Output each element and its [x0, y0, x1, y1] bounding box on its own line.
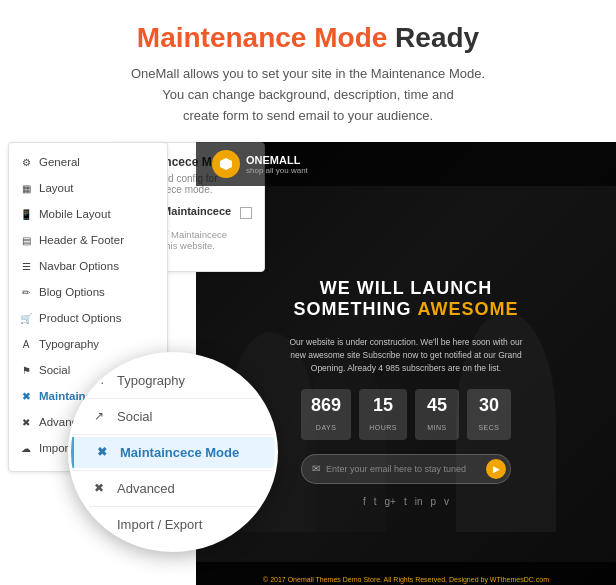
sidebar-item-header-footer[interactable]: ▤ Header & Footer	[9, 227, 167, 253]
launch-line1: WE WILL LAUNCH	[293, 278, 518, 299]
social-icon: ⚑	[19, 363, 33, 377]
logo-icon	[218, 156, 234, 172]
vimeo-icon[interactable]: v	[444, 496, 449, 507]
maintenance-checkbox[interactable]	[240, 207, 252, 219]
navbar-icon: ☰	[19, 259, 33, 273]
magnify-divider-3	[71, 470, 275, 471]
magnify-circle: A Typography ↗ Social ✖ Maintaincece Mod…	[68, 352, 278, 552]
email-area[interactable]: ✉ Enter your email here to stay tuned ▶	[301, 454, 511, 484]
facebook-icon[interactable]: f	[363, 496, 366, 507]
bg-footer: © 2017 Onemall Themes Demo Store. All Ri…	[196, 562, 616, 585]
logo-text: ONEMALL shop all you want	[246, 154, 308, 175]
sidebar-item-product[interactable]: 🛒 Product Options	[9, 305, 167, 331]
mobile-icon: 📱	[19, 207, 33, 221]
layout-icon: ▦	[19, 181, 33, 195]
launch-description: Our website is under construction. We'll…	[286, 336, 526, 374]
countdown: 869 DAYS 15 HOURS 45 MINS 30 SECS	[301, 389, 511, 440]
magnify-divider-2	[71, 434, 275, 435]
logo-bar: ONEMALL shop all you want	[196, 142, 616, 186]
typography-icon: A	[19, 337, 33, 351]
magnify-divider-1	[71, 398, 275, 399]
magnify-maintenance-icon: ✖	[94, 445, 110, 459]
sidebar-item-blog[interactable]: ✏ Blog Options	[9, 279, 167, 305]
launch-text: WE WILL LAUNCH SOMETHING AWESOME	[293, 278, 518, 320]
launch-line2: SOMETHING AWESOME	[293, 299, 518, 320]
sidebar-item-navbar[interactable]: ☰ Navbar Options	[9, 253, 167, 279]
logo-name: ONEMALL	[246, 154, 308, 166]
countdown-mins-label: MINS	[427, 424, 447, 431]
page-title: Maintenance Mode Ready	[60, 22, 556, 54]
countdown-mins: 45 MINS	[415, 389, 459, 440]
email-send-button[interactable]: ▶	[486, 459, 506, 479]
magnify-import-icon: ↑	[91, 517, 107, 531]
countdown-secs: 30 SECS	[467, 389, 511, 440]
header-section: Maintenance Mode Ready OneMall allows yo…	[0, 0, 616, 142]
main-content: ⚙ General ▦ Layout 📱 Mobile Layout ▤ Hea…	[0, 142, 616, 585]
header-description: OneMall allows you to set your site in t…	[60, 64, 556, 126]
product-icon: 🛒	[19, 311, 33, 325]
email-placeholder: Enter your email here to stay tuned	[326, 464, 486, 474]
countdown-secs-number: 30	[477, 395, 501, 416]
logo-tagline: shop all you want	[246, 166, 308, 175]
countdown-mins-number: 45	[425, 395, 449, 416]
countdown-hours: 15 HOURS	[359, 389, 407, 440]
countdown-hours-number: 15	[369, 395, 397, 416]
sidebar-item-layout[interactable]: ▦ Layout	[9, 175, 167, 201]
magnify-divider-4	[71, 506, 275, 507]
magnify-item-social[interactable]: ↗ Social	[71, 401, 275, 432]
logo-badge	[212, 150, 240, 178]
sidebar-item-typography[interactable]: A Typography	[9, 331, 167, 357]
countdown-hours-label: HOURS	[369, 424, 397, 431]
import-export-icon: ☁	[19, 441, 33, 455]
magnify-item-maintenance[interactable]: ✖ Maintaincece Mode	[71, 437, 275, 468]
countdown-days-number: 869	[311, 395, 341, 416]
general-icon: ⚙	[19, 155, 33, 169]
footer-text: © 2017 Onemall Themes Demo Store. All Ri…	[263, 576, 549, 583]
sidebar-item-general[interactable]: ⚙ General	[9, 149, 167, 175]
social-icons: f t g+ t in p v	[363, 496, 449, 507]
magnify-social-icon: ↗	[91, 409, 107, 423]
advanced-icon: ✖	[19, 415, 33, 429]
tumblr-icon[interactable]: t	[404, 496, 407, 507]
magnify-item-advanced[interactable]: ✖ Advanced	[71, 473, 275, 504]
maintenance-icon: ✖	[19, 389, 33, 403]
title-orange: Maintenance Mode	[137, 22, 387, 53]
instagram-icon[interactable]: in	[415, 496, 423, 507]
twitter-icon[interactable]: t	[374, 496, 377, 507]
countdown-days-label: DAYS	[316, 424, 337, 431]
magnify-advanced-icon: ✖	[91, 481, 107, 495]
magnify-menu: A Typography ↗ Social ✖ Maintaincece Mod…	[71, 357, 275, 548]
gplus-icon[interactable]: g+	[385, 496, 396, 507]
countdown-secs-label: SECS	[478, 424, 499, 431]
title-dark: Ready	[395, 22, 479, 53]
header-footer-icon: ▤	[19, 233, 33, 247]
sidebar-item-mobile-layout[interactable]: 📱 Mobile Layout	[9, 201, 167, 227]
pinterest-icon[interactable]: p	[430, 496, 436, 507]
countdown-days: 869 DAYS	[301, 389, 351, 440]
blog-icon: ✏	[19, 285, 33, 299]
email-icon: ✉	[312, 463, 320, 474]
